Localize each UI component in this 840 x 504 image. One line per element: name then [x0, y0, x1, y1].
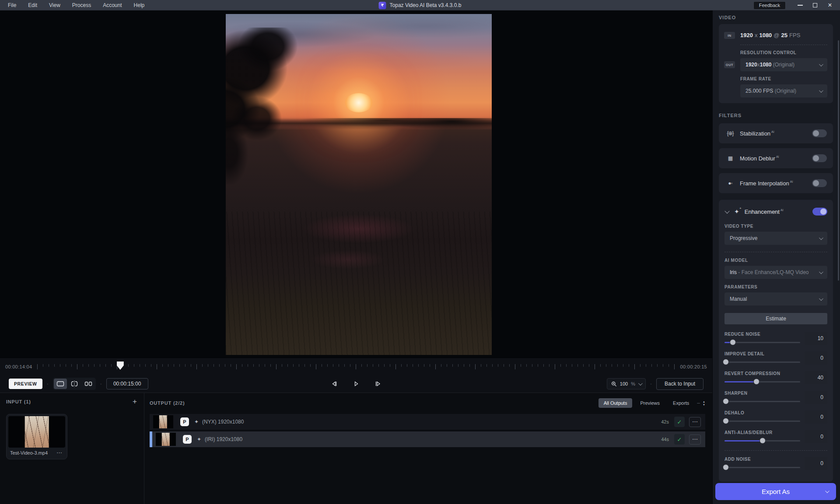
slider-value-box[interactable]: 0: [805, 410, 827, 424]
filter-name: Frame InterpolationAI: [740, 180, 793, 187]
menu-item[interactable]: Account: [103, 2, 122, 8]
slider[interactable]: [724, 358, 800, 365]
slider-thumb[interactable]: [753, 379, 760, 385]
output-tab[interactable]: Exports: [668, 398, 694, 408]
row-menu-button[interactable]: ⋯: [689, 434, 701, 445]
output-tab[interactable]: Previews: [635, 398, 665, 408]
filter-name: StabilizationAI: [740, 130, 774, 137]
add-input-button[interactable]: +: [133, 397, 137, 406]
frame-rate-dropdown[interactable]: 25.000 FPS (Original): [740, 84, 827, 97]
back-to-input-button[interactable]: Back to Input: [656, 378, 704, 390]
slider-value-box[interactable]: 0: [805, 391, 827, 404]
filter-toggle[interactable]: [812, 179, 827, 187]
slider-block: REDUCE NOISE 10: [724, 331, 827, 346]
menu-item[interactable]: File: [8, 2, 16, 8]
frame-rate-label: FRAME RATE: [740, 76, 827, 81]
row-menu-button[interactable]: ⋯: [689, 417, 701, 427]
video-type-label: VIDEO TYPE: [724, 224, 827, 229]
preview-mode-button[interactable]: PREVIEW: [9, 379, 42, 389]
input-clip-card[interactable]: Test-Video-3.mp4 ⋯: [6, 414, 67, 459]
resolution-dropdown[interactable]: 1920x1080 (Original): [740, 58, 827, 71]
slider-thumb[interactable]: [723, 359, 729, 365]
previous-frame-button[interactable]: [329, 378, 340, 389]
playhead[interactable]: [117, 361, 124, 370]
slider-value-box[interactable]: 10: [805, 332, 827, 345]
slider-value-box[interactable]: 0: [805, 351, 827, 365]
ai-model-dropdown[interactable]: Iris - Face Enhance/LQ-MQ Video: [724, 266, 827, 279]
slider-value-box[interactable]: 40: [805, 371, 827, 384]
output-panel: OUTPUT (2/2) All Outputs Previews Export…: [144, 393, 712, 504]
video-io-card: IN OUT 1920x1080@25FPS RESOLUTION CONTRO…: [719, 24, 833, 103]
slider[interactable]: [724, 464, 800, 471]
slider[interactable]: [724, 437, 800, 444]
zoom-control[interactable]: 100 %: [607, 378, 646, 389]
output-row[interactable]: P ✦ (IRI) 1920x1080 44s ✓ ⋯: [150, 431, 705, 447]
video-type-dropdown[interactable]: Progressive: [724, 232, 827, 245]
enhancement-icon: ✦: [197, 436, 201, 442]
menu-item[interactable]: Edit: [28, 2, 37, 8]
zoom-value: 100: [620, 381, 628, 386]
estimate-button[interactable]: Estimate: [724, 313, 827, 324]
slider-label: REVERT COMPRESSION: [724, 371, 780, 376]
slider-thumb[interactable]: [730, 339, 736, 345]
slider[interactable]: [724, 378, 800, 385]
collapse-chevron-icon[interactable]: [724, 209, 729, 213]
enhancement-icon: ✦+: [734, 208, 739, 215]
selected-accent-bar: [150, 431, 152, 447]
chevron-down-icon: [819, 88, 823, 93]
slider-label: ANTI-ALIAS/DEBLUR: [724, 430, 773, 435]
current-time-field[interactable]: 00:00:15:00: [106, 378, 148, 389]
single-view-button[interactable]: [54, 379, 67, 389]
slider[interactable]: [724, 398, 800, 405]
filter-card: ●◦ Frame InterpolationAI: [719, 173, 833, 193]
input-thumbnail: [8, 416, 65, 448]
split-view-button[interactable]: [68, 379, 81, 389]
output-thumbnail: [156, 433, 176, 446]
sort-icon[interactable]: ▲▼: [703, 400, 705, 406]
filter-toggle[interactable]: [812, 129, 827, 137]
next-frame-button[interactable]: [372, 378, 384, 389]
slider-value-box[interactable]: 0: [805, 430, 827, 443]
menu-item[interactable]: View: [49, 2, 60, 8]
slider-thumb[interactable]: [723, 418, 729, 424]
clip-menu-button[interactable]: ⋯: [55, 451, 63, 455]
filter-toggle[interactable]: [812, 154, 827, 162]
output-tab[interactable]: All Outputs: [598, 398, 633, 408]
play-button[interactable]: [350, 378, 362, 389]
filter-icon: {⊕}: [725, 130, 735, 136]
menu-item[interactable]: Help: [134, 2, 145, 8]
in-badge: IN: [724, 32, 735, 39]
feedback-button[interactable]: Feedback: [753, 1, 786, 10]
parameters-label: PARAMETERS: [724, 285, 827, 289]
video-preview-frame[interactable]: [226, 14, 492, 355]
enhancement-name: EnhancementAI: [745, 209, 784, 215]
timeline-ruler[interactable]: [37, 363, 675, 370]
tree-silhouette: [226, 28, 354, 184]
slider-thumb[interactable]: [760, 438, 766, 444]
export-as-button[interactable]: Export As: [715, 483, 836, 500]
minimize-button[interactable]: [794, 0, 807, 10]
chevron-down-icon: [825, 489, 830, 493]
slider-thumb[interactable]: [723, 398, 729, 404]
resolution-control-label: RESOLUTION CONTROL: [740, 50, 827, 55]
slider-label: DEHALO: [724, 410, 744, 415]
input-panel: INPUT (1) + Test-Video-3.mp4 ⋯: [0, 393, 144, 504]
output-row[interactable]: P ✦ (NYX) 1920x1080 42s ✓ ⋯: [150, 414, 705, 430]
maximize-button[interactable]: [808, 0, 822, 10]
sidebar-scrollbar[interactable]: [838, 40, 839, 281]
close-button[interactable]: ×: [823, 0, 836, 10]
output-header: OUTPUT (2/2): [150, 400, 185, 406]
filter-icon: ▦: [725, 155, 735, 161]
slider-label: SHARPEN: [724, 391, 747, 396]
title-bar: File Edit View Process Account Help Topa…: [0, 0, 840, 10]
slider-thumb[interactable]: [723, 464, 729, 470]
slider-value-box[interactable]: 0: [805, 457, 827, 470]
enhancement-card: ✦+ EnhancementAI VIDEO TYPE Progressive …: [719, 200, 833, 482]
slider[interactable]: [724, 417, 800, 424]
side-by-side-view-button[interactable]: [82, 379, 95, 389]
output-label: (IRI) 1920x1080: [205, 436, 242, 442]
parameters-dropdown[interactable]: Manual: [724, 292, 827, 306]
slider[interactable]: [724, 339, 800, 346]
enhancement-toggle[interactable]: [812, 208, 827, 216]
menu-item[interactable]: Process: [72, 2, 91, 8]
